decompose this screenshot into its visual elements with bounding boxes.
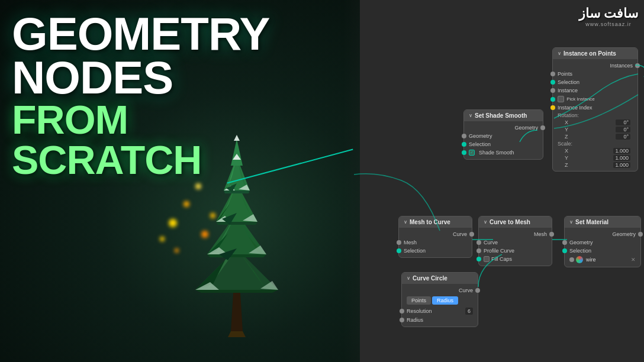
node-curve-to-mesh-title: Curve to Mesh	[490, 219, 530, 225]
logo-block: سافت ساز www.softsaaz.ir	[579, 6, 638, 27]
socket-pick-instance-in	[550, 97, 555, 102]
chevron-icon: ∨	[569, 219, 573, 225]
node-row: ✓ Shade Smooth	[464, 148, 543, 157]
scale-z-value: 1.000	[613, 162, 630, 168]
socket-selection-in	[462, 142, 466, 147]
node-row: Mesh	[479, 230, 552, 238]
node-shade-header: ∨ Set Shade Smooth	[464, 110, 543, 121]
socket-points-in	[550, 72, 555, 76]
socket-instances-out	[635, 63, 640, 68]
input-label: Mesh	[404, 240, 417, 245]
scale-y-row: Y 1.000	[553, 154, 637, 161]
svg-marker-10	[207, 254, 266, 257]
socket-instance-in	[550, 88, 555, 93]
node-mesh-to-curve-body: Curve Mesh Selection	[399, 228, 472, 257]
checkbox-fill-caps[interactable]	[484, 256, 490, 262]
socket-selection-in	[550, 80, 555, 85]
node-curve-to-mesh-header: ∨ Curve to Mesh	[479, 216, 552, 228]
chevron-icon: ∨	[484, 219, 487, 225]
node-row: Curve	[402, 286, 478, 295]
node-instance-header: ∨ Instance on Points	[553, 48, 637, 59]
output-label: Curve	[453, 231, 467, 237]
node-curve-to-mesh-body: Mesh Curve Profile Curve Fill Caps	[479, 228, 552, 266]
node-curve-circle-header: ∨ Curve Circle	[402, 273, 478, 284]
axis-label: Y	[565, 127, 568, 132]
node-shade-body: Geometry Geometry Selection ✓ Shade Smoo…	[464, 121, 543, 159]
node-row: Instances	[553, 62, 637, 70]
node-row: Curve	[479, 238, 552, 247]
socket-curve-in	[476, 240, 481, 245]
scale-z-row: Z 1.000	[553, 161, 637, 169]
node-mesh-to-curve-header: ∨ Mesh to Curve	[399, 216, 472, 228]
node-set-material-title: Set Material	[575, 219, 608, 225]
socket-geo-out	[638, 232, 643, 237]
node-set-material: ∨ Set Material Geometry Geometry Selecti…	[564, 216, 641, 267]
socket-mesh-out	[549, 232, 554, 237]
node-curve-circle: ∨ Curve Circle Curve Points Radius Resol…	[401, 272, 478, 327]
chevron-icon: ∨	[407, 276, 410, 281]
input-label: Curve	[484, 240, 498, 245]
input-label: Profile Curve	[484, 248, 514, 254]
svg-marker-26	[224, 190, 250, 193]
node-row: Geometry	[464, 124, 543, 132]
socket-material-in	[569, 257, 574, 262]
svg-marker-18	[216, 222, 257, 225]
svg-marker-1	[228, 331, 246, 337]
axis-label: Z	[565, 162, 568, 168]
socket-geo-out	[540, 125, 545, 130]
socket-selection-in	[562, 248, 567, 253]
socket-radius-in	[400, 318, 404, 322]
socket-geo-in	[562, 240, 567, 245]
socket-shade-smooth-in	[462, 150, 466, 155]
node-set-material-header: ∨ Set Material	[565, 216, 640, 228]
node-row: Curve	[399, 230, 472, 238]
input-label: Geometry	[569, 240, 593, 245]
output-label: Curve	[459, 287, 473, 293]
axis-label: Y	[565, 155, 568, 161]
material-input-row: wire ✕	[565, 255, 640, 264]
node-row: Selection	[565, 247, 640, 255]
checkbox-shade-smooth[interactable]: ✓	[469, 150, 475, 156]
socket-mesh-in	[397, 240, 401, 245]
node-row: Instance	[553, 86, 637, 95]
node-row: Geometry	[565, 238, 640, 247]
material-icon	[576, 256, 583, 263]
node-set-material-body: Geometry Geometry Selection wire ✕	[565, 228, 640, 267]
node-row: Pick Instance	[553, 95, 637, 104]
node-shade-title: Set Shade Smooth	[475, 112, 527, 119]
input-label: Radius	[407, 317, 423, 323]
rotation-z-value: 0°	[616, 134, 630, 140]
node-row: Geometry	[565, 230, 640, 238]
points-mode-button[interactable]: Points	[407, 296, 431, 305]
rotation-y-value: 0°	[616, 127, 630, 132]
node-editor-panel: ∨ Instance on Points Instances Points Se…	[354, 0, 644, 362]
socket-geo-in	[462, 134, 466, 138]
scale-y-value: 1.000	[613, 155, 630, 161]
chevron-icon: ∨	[404, 219, 407, 225]
title-block: GEOMETRY NODES From Scratch	[12, 12, 269, 180]
input-label: Resolution	[407, 308, 432, 314]
shade-smooth-label: ✓ Shade Smooth	[469, 150, 514, 156]
node-row: Instance Index	[553, 104, 637, 112]
scale-x-row: X 1.000	[553, 147, 637, 154]
input-label: Points	[558, 71, 572, 77]
logo-url: www.softsaaz.ir	[579, 21, 638, 27]
input-label: Selection	[558, 79, 579, 85]
radius-mode-button[interactable]: Radius	[432, 296, 458, 305]
socket-profile-curve-in	[476, 248, 481, 253]
mode-buttons: Points Radius	[402, 295, 478, 306]
material-name: wire	[586, 257, 596, 263]
input-label: Selection	[569, 248, 591, 254]
node-row: Selection	[399, 247, 472, 255]
material-clear-button[interactable]: ✕	[631, 257, 636, 263]
input-label: Instance Index	[558, 105, 593, 111]
title-line2: NODES	[12, 56, 269, 99]
node-instance-body: Instances Points Selection Instance Pick…	[553, 59, 637, 171]
node-curve-circle-title: Curve Circle	[413, 275, 447, 282]
node-row: Radius	[402, 316, 478, 324]
node-curve-circle-body: Curve Points Radius Resolution 6 Radius	[402, 284, 478, 327]
input-label: Selection	[469, 141, 491, 147]
chevron-icon: ∨	[469, 113, 472, 118]
axis-label: Z	[565, 134, 568, 140]
node-mesh-to-curve: ∨ Mesh to Curve Curve Mesh Selection	[398, 216, 472, 258]
